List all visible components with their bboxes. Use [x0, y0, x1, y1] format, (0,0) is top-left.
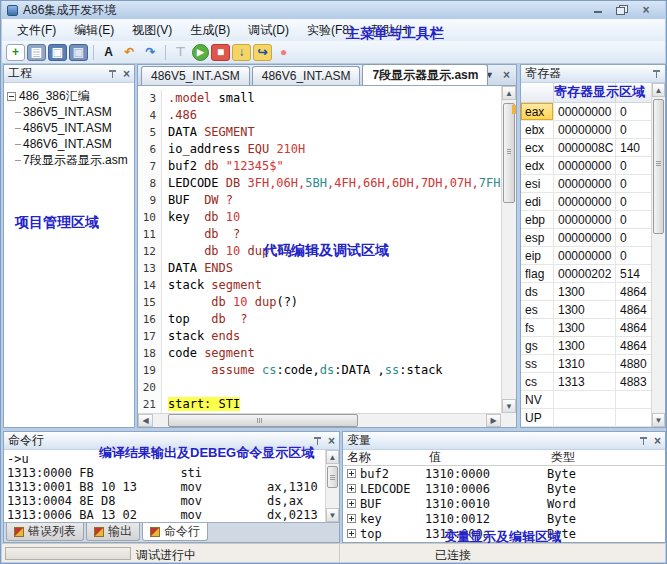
save-icon[interactable]: ▣	[48, 44, 67, 61]
expand-icon[interactable]	[347, 484, 356, 493]
code-line[interactable]: 16top db ?	[138, 311, 501, 328]
editor-horizontal-scrollbar[interactable]: ◀ ▶	[138, 413, 501, 427]
expand-icon[interactable]	[347, 469, 356, 478]
close-panel-icon[interactable]	[328, 435, 335, 447]
registers-scrollbar[interactable]: ▲ ▼	[651, 83, 665, 427]
code-line[interactable]: 5DATA SEGMENT	[138, 124, 501, 141]
font-icon[interactable]: A	[99, 44, 118, 61]
tree-item-2[interactable]: 486V6_INT.ASM	[7, 136, 134, 152]
scroll-up-icon[interactable]: ▲	[502, 86, 516, 100]
minimize-icon[interactable]	[592, 5, 604, 15]
register-row[interactable]: NV	[521, 391, 651, 409]
expand-icon[interactable]	[347, 514, 356, 523]
editor-tab-0[interactable]: 486V5_INT.ASM	[141, 66, 250, 85]
register-row[interactable]: edi000000000	[521, 193, 651, 211]
variable-row[interactable]: BUF1310:0010Word	[343, 496, 665, 511]
column-header-value[interactable]: 值	[425, 449, 547, 466]
collapse-icon[interactable]	[7, 92, 16, 101]
menu-item-2[interactable]: 视图(V)	[123, 19, 181, 42]
column-header-type[interactable]: 类型	[547, 449, 665, 466]
code-line[interactable]: 8LEDCODE DB 3FH,06H,5BH,4FH,66H,6DH,7DH,…	[138, 175, 501, 192]
register-row[interactable]: esp000000000	[521, 229, 651, 247]
undo-icon[interactable]: ↶	[120, 44, 139, 61]
editor-tab-2[interactable]: 7段显示器显示.asm	[362, 64, 488, 85]
tree-item-1[interactable]: 486V5_INT.ASM	[7, 120, 134, 136]
tree-item-0[interactable]: 386V5_INT.ASM	[7, 104, 134, 120]
register-row[interactable]: es13004864	[521, 301, 651, 319]
variable-row[interactable]: LEDCODE1310:0006Byte	[343, 481, 665, 496]
scroll-left-icon[interactable]: ◀	[138, 414, 153, 427]
register-row[interactable]: flag00000202514	[521, 265, 651, 283]
register-row[interactable]: ebx000000000	[521, 121, 651, 139]
scrollbar-thumb[interactable]	[168, 414, 358, 427]
code-line[interactable]: 17stack ends	[138, 328, 501, 345]
editor-tab-1[interactable]: 486V6_INT.ASM	[252, 66, 361, 85]
menu-item-3[interactable]: 生成(B)	[181, 19, 239, 42]
menu-item-4[interactable]: 调试(D)	[239, 19, 298, 42]
menu-item-0[interactable]: 文件(F)	[8, 19, 65, 42]
close-document-icon[interactable]	[503, 69, 510, 81]
register-row[interactable]: gs13004864	[521, 337, 651, 355]
step-into-icon[interactable]: ↓	[232, 44, 251, 61]
code-line[interactable]: 15 db 10 dup(?)	[138, 294, 501, 311]
expand-icon[interactable]	[347, 529, 356, 538]
tree-root-node[interactable]: 486_386汇编	[7, 88, 134, 104]
scrollbar-thumb[interactable]	[503, 103, 515, 203]
register-row[interactable]: eax000000000	[521, 103, 651, 121]
scroll-down-icon[interactable]: ▼	[652, 413, 665, 427]
code-line[interactable]: 6io_address EQU 210H	[138, 141, 501, 158]
scroll-up-icon[interactable]: ▲	[326, 450, 339, 464]
code-line[interactable]: 18code segment	[138, 345, 501, 362]
close-panel-icon[interactable]	[123, 68, 130, 80]
register-row[interactable]: cs13134883	[521, 373, 651, 391]
code-line[interactable]: 21start: STI	[138, 396, 501, 413]
register-row[interactable]: esi000000000	[521, 175, 651, 193]
scroll-up-icon[interactable]: ▲	[652, 83, 665, 97]
scroll-right-icon[interactable]: ▶	[486, 414, 501, 427]
code-line[interactable]: 3.model small	[138, 90, 501, 107]
code-line[interactable]: 4.486	[138, 107, 501, 124]
column-header-name[interactable]: 名称	[343, 449, 425, 466]
run-icon[interactable]: ▶	[192, 44, 209, 61]
scrollbar-thumb[interactable]	[653, 99, 664, 234]
scroll-down-icon[interactable]: ▼	[502, 399, 516, 413]
new-file-icon[interactable]: +	[6, 44, 25, 61]
open-folder-icon[interactable]: ▤	[27, 44, 46, 61]
editor-vertical-scrollbar[interactable]: ▲ ▼	[501, 86, 516, 413]
scroll-down-icon[interactable]: ▼	[326, 508, 339, 522]
register-row[interactable]: UP	[521, 409, 651, 427]
build-hammer-icon[interactable]: ⊤	[171, 44, 190, 61]
code-line[interactable]: 11 db ?	[138, 226, 501, 243]
pin-icon[interactable]	[313, 436, 322, 446]
output-tab-0[interactable]: 错误列表	[6, 523, 84, 541]
register-row[interactable]: ss13104880	[521, 355, 651, 373]
output-tab-1[interactable]: 输出	[86, 523, 140, 541]
scrollbar-thumb[interactable]	[327, 466, 338, 488]
register-row[interactable]: fs13004864	[521, 319, 651, 337]
pin-icon[interactable]	[108, 69, 117, 79]
redo-icon[interactable]: ↷	[141, 44, 160, 61]
step-out-icon[interactable]: ↪	[253, 44, 272, 61]
pin-icon[interactable]	[639, 436, 648, 446]
variable-row[interactable]: key1310:0012Byte	[343, 511, 665, 526]
breakpoint-icon[interactable]: ●	[274, 44, 293, 61]
restore-icon[interactable]	[616, 5, 628, 15]
register-row[interactable]: ecx0000008C140	[521, 139, 651, 157]
variable-row[interactable]: buf21310:0000Byte	[343, 466, 665, 481]
code-line[interactable]: 9BUF DW ?	[138, 192, 501, 209]
code-line[interactable]: 13DATA ENDS	[138, 260, 501, 277]
close-panel-icon[interactable]	[654, 435, 661, 447]
code-line[interactable]: 20	[138, 379, 501, 396]
register-row[interactable]: ebp000000000	[521, 211, 651, 229]
command-scrollbar[interactable]: ▲ ▼	[325, 450, 339, 522]
register-row[interactable]: edx000000000	[521, 157, 651, 175]
stop-icon[interactable]: ■	[211, 44, 230, 61]
code-line[interactable]: 19 assume cs:code,ds:DATA ,ss:stack	[138, 362, 501, 379]
register-row[interactable]: ds13004864	[521, 283, 651, 301]
close-icon[interactable]	[640, 5, 652, 15]
code-line[interactable]: 10key db 10	[138, 209, 501, 226]
output-tab-2[interactable]: 命令行	[142, 523, 208, 541]
expand-icon[interactable]	[347, 499, 356, 508]
menu-item-1[interactable]: 编辑(E)	[65, 19, 123, 42]
code-line[interactable]: 14stack segment	[138, 277, 501, 294]
